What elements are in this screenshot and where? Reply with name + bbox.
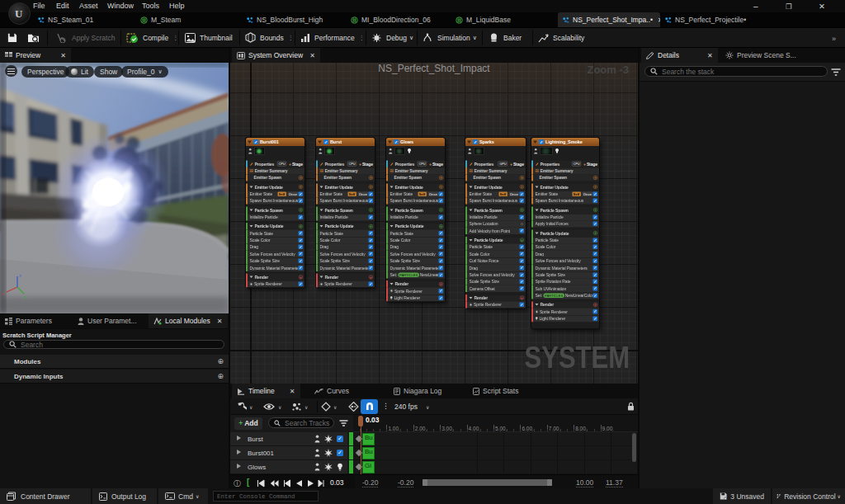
svg-text:y: y — [24, 294, 26, 299]
svg-text:z: z — [19, 273, 21, 278]
svg-text:x: x — [2, 291, 4, 296]
